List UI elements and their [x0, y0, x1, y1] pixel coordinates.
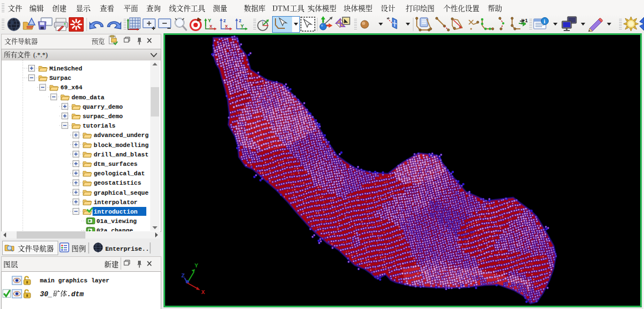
svg-text:X: X [201, 289, 205, 296]
svg-text:geostatistics: geostatistics [94, 180, 141, 186]
svg-text:Y: Y [241, 23, 244, 29]
svg-text:main graphics layer: main graphics layer [40, 277, 109, 284]
svg-text:quarry_demo: quarry_demo [83, 104, 123, 110]
svg-text:02a_change: 02a_change [96, 227, 133, 231]
svg-text:block_modelling: block_modelling [94, 142, 149, 149]
svg-text:Z: Z [181, 272, 185, 279]
svg-text:+1: +1 [522, 18, 528, 23]
svg-text:i: i [544, 18, 545, 24]
svg-text:tutorials: tutorials [83, 123, 115, 129]
svg-text:z: z [223, 18, 226, 23]
svg-text:geological_dat: geological_dat [94, 170, 145, 177]
svg-text:advanced_underg: advanced_underg [94, 132, 149, 139]
svg-text:interpolator: interpolator [94, 199, 137, 206]
svg-text:surpac_demo: surpac_demo [83, 113, 123, 120]
svg-text:30_: 30_ [40, 291, 53, 298]
svg-text:introduction: introduction [94, 209, 137, 215]
svg-text:Enterprise..: Enterprise.. [105, 246, 149, 252]
svg-text:drill_and_blast: drill_and_blast [94, 151, 149, 158]
svg-text:(.*.*): (.*.*) [33, 51, 48, 59]
svg-text:dtm_surfaces: dtm_surfaces [94, 161, 137, 168]
svg-text:z: z [239, 18, 242, 23]
svg-text:demo_data: demo_data [71, 94, 105, 101]
svg-text:graphical_seque: graphical_seque [94, 190, 149, 196]
svg-text:Y: Y [195, 262, 198, 269]
svg-text:Y: Y [208, 18, 211, 23]
svg-text:MineSched: MineSched [49, 65, 82, 72]
svg-text:69_x64: 69_x64 [60, 84, 83, 91]
svg-text:Surpac: Surpac [49, 75, 71, 82]
svg-text:x: x [209, 23, 212, 29]
svg-text:x: x [225, 23, 228, 29]
svg-text:01a_viewing: 01a_viewing [96, 218, 137, 225]
svg-text:.dtm: .dtm [67, 291, 84, 298]
